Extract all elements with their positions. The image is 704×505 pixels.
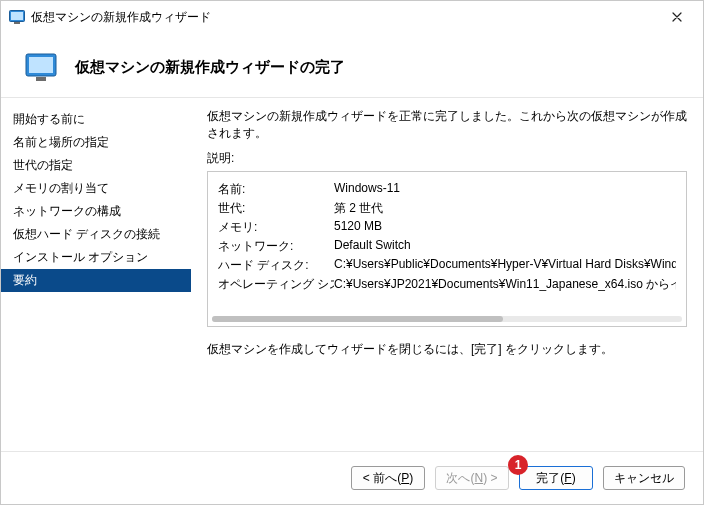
wizard-window: 仮想マシンの新規作成ウィザード 仮想マシンの新規作成ウィザードの完了 開始する前… <box>0 0 704 505</box>
wizard-content: 仮想マシンの新規作成ウィザードを正常に完了しました。これから次の仮想マシンが作成… <box>191 98 703 451</box>
hyper-v-icon <box>25 51 57 83</box>
step-memory[interactable]: メモリの割り当て <box>1 177 191 200</box>
back-button[interactable]: < 前へ(P) <box>351 466 425 490</box>
finish-button[interactable]: 1 完了(F) <box>519 466 593 490</box>
summary-key-os: オペレーティング システム: <box>218 275 334 294</box>
page-title: 仮想マシンの新規作成ウィザードの完了 <box>75 58 345 77</box>
description-label: 説明: <box>207 150 687 167</box>
summary-box: 名前: Windows-11 世代: 第 2 世代 メモリ: 5120 MB ネ… <box>207 171 687 327</box>
epilog-text: 仮想マシンを作成してウィザードを閉じるには、[完了] をクリックします。 <box>207 341 687 358</box>
svg-rect-1 <box>11 12 23 20</box>
summary-table: 名前: Windows-11 世代: 第 2 世代 メモリ: 5120 MB ネ… <box>218 180 676 294</box>
annotation-badge-1: 1 <box>508 455 528 475</box>
next-suffix: ) > <box>483 471 497 485</box>
svg-rect-5 <box>36 77 46 81</box>
next-prefix: 次へ( <box>446 470 474 487</box>
summary-key-name: 名前: <box>218 180 334 199</box>
wizard-body: 開始する前に 名前と場所の指定 世代の指定 メモリの割り当て ネットワークの構成… <box>1 98 703 451</box>
summary-key-network: ネットワーク: <box>218 237 334 256</box>
step-install-options[interactable]: インストール オプション <box>1 246 191 269</box>
summary-key-memory: メモリ: <box>218 218 334 237</box>
table-row: オペレーティング システム: C:¥Users¥JP2021¥Documents… <box>218 275 676 294</box>
window-title: 仮想マシンの新規作成ウィザード <box>31 9 211 26</box>
scrollbar-thumb[interactable] <box>212 316 503 322</box>
finish-prefix: 完了( <box>536 470 564 487</box>
summary-value-memory: 5120 MB <box>334 218 676 237</box>
table-row: 名前: Windows-11 <box>218 180 676 199</box>
summary-key-generation: 世代: <box>218 199 334 218</box>
step-networking[interactable]: ネットワークの構成 <box>1 200 191 223</box>
table-row: 世代: 第 2 世代 <box>218 199 676 218</box>
svg-rect-2 <box>14 22 20 24</box>
summary-value-hard-disk: C:¥Users¥Public¥Documents¥Hyper-V¥Virtua… <box>334 256 676 275</box>
summary-value-os: C:¥Users¥JP2021¥Documents¥Win11_Japanese… <box>334 275 676 294</box>
summary-value-name: Windows-11 <box>334 180 676 199</box>
back-prefix: < 前へ( <box>363 470 401 487</box>
summary-value-network: Default Switch <box>334 237 676 256</box>
table-row: ハード ディスク: C:¥Users¥Public¥Documents¥Hype… <box>218 256 676 275</box>
wizard-step-list: 開始する前に 名前と場所の指定 世代の指定 メモリの割り当て ネットワークの構成… <box>1 98 191 451</box>
step-name-location[interactable]: 名前と場所の指定 <box>1 131 191 154</box>
next-accelerator: N <box>474 471 483 485</box>
summary-key-hard-disk: ハード ディスク: <box>218 256 334 275</box>
titlebar: 仮想マシンの新規作成ウィザード <box>1 1 703 33</box>
next-button: 次へ(N) > <box>435 466 509 490</box>
back-suffix: ) <box>409 471 413 485</box>
cancel-button[interactable]: キャンセル <box>603 466 685 490</box>
wizard-header: 仮想マシンの新規作成ウィザードの完了 <box>1 33 703 98</box>
hyper-v-icon <box>9 9 25 25</box>
step-generation[interactable]: 世代の指定 <box>1 154 191 177</box>
horizontal-scrollbar[interactable] <box>212 316 682 322</box>
table-row: メモリ: 5120 MB <box>218 218 676 237</box>
finish-suffix: ) <box>572 471 576 485</box>
finish-accelerator: F <box>564 471 571 485</box>
summary-value-generation: 第 2 世代 <box>334 199 676 218</box>
wizard-footer: < 前へ(P) 次へ(N) > 1 完了(F) キャンセル <box>1 451 703 504</box>
step-before-you-begin[interactable]: 開始する前に <box>1 108 191 131</box>
table-row: ネットワーク: Default Switch <box>218 237 676 256</box>
intro-text: 仮想マシンの新規作成ウィザードを正常に完了しました。これから次の仮想マシンが作成… <box>207 108 687 142</box>
svg-rect-4 <box>29 57 53 73</box>
step-virtual-hard-disk[interactable]: 仮想ハード ディスクの接続 <box>1 223 191 246</box>
step-summary[interactable]: 要約 <box>1 269 191 292</box>
back-accelerator: P <box>401 471 409 485</box>
close-button[interactable] <box>655 2 699 32</box>
